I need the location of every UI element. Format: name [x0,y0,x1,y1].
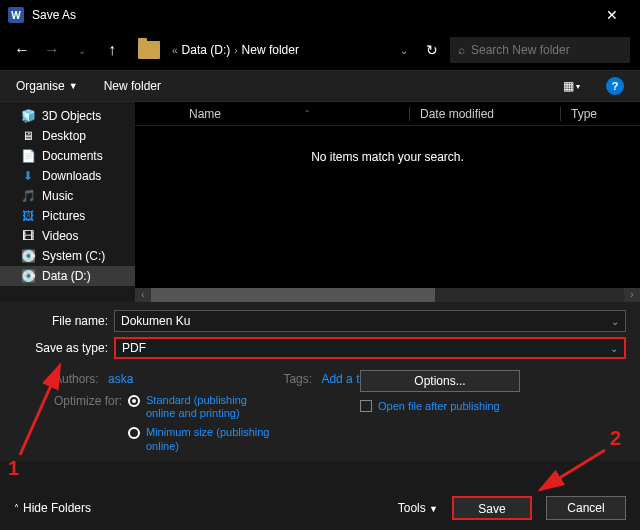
window-title: Save As [32,8,76,22]
word-icon: W [8,7,24,23]
recent-chevron-icon[interactable]: ⌄ [70,45,94,56]
chevron-down-icon[interactable]: ⌄ [611,316,619,327]
tree-item-icon: 💽 [20,269,36,283]
col-date[interactable]: Date modified [420,107,560,121]
tools-menu[interactable]: Tools ▼ [398,501,438,515]
new-folder-button[interactable]: New folder [104,79,161,93]
back-button[interactable]: ← [10,41,34,59]
main-area: 🧊3D Objects🖥Desktop📄Documents⬇Downloads🎵… [0,102,640,302]
tree-item-label: Pictures [42,209,85,223]
forward-button[interactable]: → [40,41,64,59]
optimize-minimum[interactable]: Minimum size (publishing online) [128,426,276,452]
optimize-label: Optimize for: [54,394,128,408]
tree-item-icon: 💽 [20,249,36,263]
tree-item-label: Documents [42,149,103,163]
view-mode-button[interactable]: ▦▾ [563,79,580,93]
nav-row: ← → ⌄ ↑ « Data (D:) › New folder ⌄ ↻ ⌕ [0,30,640,70]
tree-item-documents[interactable]: 📄Documents [0,146,135,166]
file-list: ˄ Name Date modified Type No items match… [135,102,640,302]
chevron-right-icon: › [234,45,237,56]
tree-item-label: Desktop [42,129,86,143]
open-after-checkbox[interactable]: Open file after publishing [360,400,520,412]
tree-item-label: System (C:) [42,249,105,263]
col-type[interactable]: Type [571,107,640,121]
tree-item-label: Data (D:) [42,269,91,283]
breadcrumb[interactable]: « Data (D:) › New folder ⌄ [166,43,414,57]
tree-item-3d-objects[interactable]: 🧊3D Objects [0,106,135,126]
close-button[interactable]: ✕ [592,0,632,30]
scroll-right-icon[interactable]: › [624,288,640,302]
folder-icon [138,41,160,59]
tree-item-music[interactable]: 🎵Music [0,186,135,206]
folder-tree[interactable]: 🧊3D Objects🖥Desktop📄Documents⬇Downloads🎵… [0,102,135,302]
filetype-label: Save as type: [14,341,114,355]
footer: ˄ Hide Folders Tools ▼ Save Cancel [14,496,626,520]
tree-item-label: 3D Objects [42,109,101,123]
options-button[interactable]: Options... [360,370,520,392]
tree-item-label: Music [42,189,73,203]
tree-item-icon: 🎵 [20,189,36,203]
tree-item-icon: 🧊 [20,109,36,123]
tree-item-pictures[interactable]: 🖼Pictures [0,206,135,226]
tree-item-data-d-[interactable]: 💽Data (D:) [0,266,135,286]
empty-message: No items match your search. [135,126,640,164]
authors-value[interactable]: aska [108,372,133,386]
tree-item-system-c-[interactable]: 💽System (C:) [0,246,135,266]
breadcrumb-segment[interactable]: New folder [242,43,299,57]
up-button[interactable]: ↑ [100,41,124,59]
tree-item-icon: 🎞 [20,229,36,243]
tree-item-label: Videos [42,229,78,243]
tree-item-videos[interactable]: 🎞Videos [0,226,135,246]
authors-label: Authors: [54,372,99,386]
chevron-left-icon: « [172,45,178,56]
hide-folders-button[interactable]: ˄ Hide Folders [14,501,91,515]
breadcrumb-segment[interactable]: Data (D:) [182,43,231,57]
radio-icon[interactable] [128,395,140,407]
titlebar: W Save As ✕ [0,0,640,30]
col-name[interactable]: Name [189,107,409,121]
checkbox-icon[interactable] [360,400,372,412]
tree-item-icon: ⬇ [20,169,36,183]
tree-item-icon: 📄 [20,149,36,163]
tree-item-downloads[interactable]: ⬇Downloads [0,166,135,186]
caret-icon: ˄ [305,109,310,119]
filename-input[interactable]: Dokumen Ku ⌄ [114,310,626,332]
help-button[interactable]: ? [606,77,624,95]
refresh-button[interactable]: ↻ [420,42,444,58]
cancel-button[interactable]: Cancel [546,496,626,520]
filename-label: File name: [14,314,114,328]
save-button[interactable]: Save [452,496,532,520]
scroll-left-icon[interactable]: ‹ [135,288,151,302]
horizontal-scrollbar[interactable]: ‹ › [135,288,640,302]
search-input[interactable] [471,43,622,57]
chevron-down-icon[interactable]: ⌄ [610,343,618,354]
column-headers[interactable]: ˄ Name Date modified Type [135,102,640,126]
tree-item-icon: 🖼 [20,209,36,223]
search-icon: ⌕ [458,43,465,57]
radio-icon[interactable] [128,427,140,439]
toolbar: Organise▼ New folder ▦▾ ? [0,70,640,102]
chevron-down-icon[interactable]: ⌄ [400,45,408,56]
tags-label: Tags: [283,372,312,386]
optimize-standard[interactable]: Standard (publishing online and printing… [128,394,276,420]
organise-menu[interactable]: Organise▼ [16,79,78,93]
bottom-panel: File name: Dokumen Ku ⌄ Save as type: PD… [0,302,640,461]
tree-item-icon: 🖥 [20,129,36,143]
chevron-up-icon: ˄ [14,503,19,514]
tree-item-desktop[interactable]: 🖥Desktop [0,126,135,146]
tree-item-label: Downloads [42,169,101,183]
search-box[interactable]: ⌕ [450,37,630,63]
filetype-select[interactable]: PDF ⌄ [114,337,626,359]
